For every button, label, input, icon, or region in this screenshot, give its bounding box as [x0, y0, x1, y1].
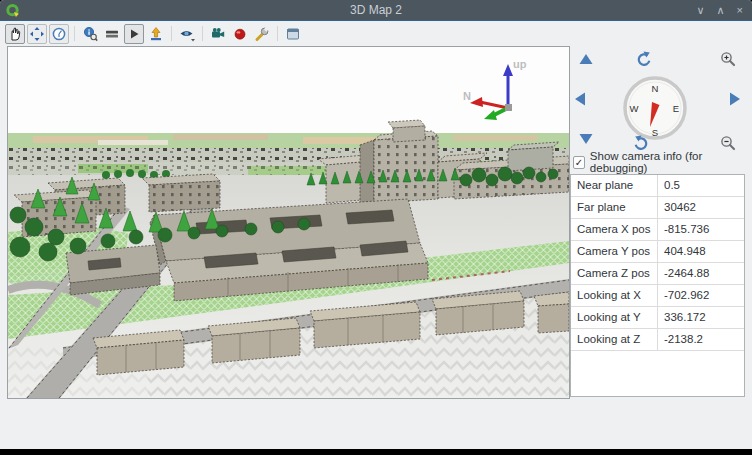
rotate-cw-button[interactable]: [634, 135, 651, 150]
axis-north-label: N: [463, 90, 471, 102]
row-label: Far plane: [571, 197, 658, 218]
table-row: Looking at X-702.962: [571, 285, 744, 307]
close-button[interactable]: ×: [737, 0, 743, 20]
table-row: Camera Z pos-2464.88: [571, 263, 744, 285]
zoom-out-icon: [720, 135, 736, 151]
move-left-button[interactable]: [574, 92, 586, 106]
compass[interactable]: N E S W: [622, 75, 688, 141]
compass-west-label: W: [630, 103, 639, 114]
compass-south-label: S: [652, 127, 658, 138]
export-scene-button[interactable]: [208, 24, 228, 44]
maximize-button[interactable]: ∧: [717, 0, 725, 20]
eye-icon: [179, 26, 196, 42]
move-right-button[interactable]: [729, 92, 741, 106]
row-value: -2464.88: [658, 263, 744, 284]
zoom-in-icon: [720, 51, 736, 67]
table-row: Looking at Y336.172: [571, 307, 744, 329]
axis-up-label: up: [513, 58, 527, 70]
up-arrow-icon: [148, 26, 164, 42]
row-value: 336.172: [658, 307, 744, 328]
map-3d-viewport[interactable]: up N: [7, 46, 570, 399]
rotate-cw-icon: [634, 135, 651, 150]
down-arrow-icon: [579, 133, 593, 145]
camera-control-tool-button[interactable]: [5, 24, 25, 44]
move-up-button[interactable]: [579, 53, 593, 65]
row-label: Looking at Y: [571, 307, 658, 328]
window-controls: ∨ ∧ ×: [696, 0, 743, 20]
show-camera-info-label: Show camera info (for debugging): [590, 150, 745, 174]
show-camera-info-checkbox-row[interactable]: ✓ Show camera info (for debugging): [573, 150, 745, 174]
wrench-icon: [254, 26, 270, 42]
identify-info-icon: [82, 26, 98, 42]
show-camera-info-checkbox[interactable]: ✓: [573, 156, 585, 169]
minimize-button[interactable]: ∨: [696, 0, 704, 20]
camera-navigation-panel: N E S W: [570, 46, 745, 397]
on-screen-navigation-button[interactable]: [49, 24, 69, 44]
toolbar-separator: [171, 26, 172, 41]
zoom-full-icon: [29, 26, 45, 42]
row-label: Camera X pos: [571, 219, 658, 240]
table-row: Far plane30462: [571, 197, 744, 219]
qgis-logo-icon: [5, 3, 20, 18]
rotate-ccw-button[interactable]: [634, 51, 651, 66]
dock-window-icon: [285, 26, 301, 42]
rotate-ccw-icon: [634, 51, 651, 66]
row-value: 0.5: [658, 175, 744, 196]
compass-icon: N E S W: [622, 75, 688, 141]
table-row: Looking at Z-2138.2: [571, 329, 744, 351]
up-arrow-icon: [579, 53, 593, 65]
row-label: Looking at Z: [571, 329, 658, 350]
table-row: Near plane0.5: [571, 175, 744, 197]
row-value: 404.948: [658, 241, 744, 262]
measure-line-button[interactable]: [102, 24, 122, 44]
row-value: -815.736: [658, 219, 744, 240]
compass-east-label: E: [673, 103, 679, 114]
right-arrow-icon: [729, 92, 741, 106]
window-title: 3D Map 2: [0, 3, 752, 17]
titlebar[interactable]: 3D Map 2 ∨ ∧ ×: [0, 0, 752, 21]
configure-button[interactable]: [252, 24, 272, 44]
qgis-3d-map-window: 3D Map 2 ∨ ∧ ×: [0, 0, 752, 449]
table-row: Camera Y pos404.948: [571, 241, 744, 263]
toolbar-separator: [277, 26, 278, 41]
3d-scene: up N: [8, 47, 569, 398]
red-sphere-icon: [232, 26, 248, 42]
movie-camera-icon: [210, 26, 226, 42]
animations-button[interactable]: [124, 24, 144, 44]
left-arrow-icon: [574, 92, 586, 106]
sphere-tool-button[interactable]: [230, 24, 250, 44]
dock-view-button[interactable]: [283, 24, 303, 44]
toolbar-separator: [202, 26, 203, 41]
toolbar-separator: [74, 26, 75, 41]
table-row: Camera X pos-815.736: [571, 219, 744, 241]
screenshot-stage: 3D Map 2 ∨ ∧ ×: [0, 0, 752, 455]
zoom-in-button[interactable]: [720, 51, 736, 67]
row-label: Near plane: [571, 175, 658, 196]
zoom-out-button[interactable]: [720, 135, 736, 151]
row-value: 30462: [658, 197, 744, 218]
camera-info-table: Near plane0.5 Far plane30462 Camera X po…: [570, 174, 745, 397]
ruler-icon: [104, 26, 120, 42]
row-label: Camera Y pos: [571, 241, 658, 262]
toolbar: [0, 21, 752, 46]
hand-icon: [7, 26, 23, 42]
view-presets-button[interactable]: [177, 24, 197, 44]
row-label: Looking at X: [571, 285, 658, 306]
row-label: Camera Z pos: [571, 263, 658, 284]
identify-tool-button[interactable]: [80, 24, 100, 44]
row-value: -702.962: [658, 285, 744, 306]
save-as-image-button[interactable]: [146, 24, 166, 44]
row-value: -2138.2: [658, 329, 744, 350]
play-icon: [126, 26, 142, 42]
move-down-button[interactable]: [579, 133, 593, 145]
compass-north-label: N: [652, 83, 659, 94]
navigation-circle-icon: [51, 26, 67, 42]
animation-bar: Keyframe 5 s Interpo: [0, 398, 752, 449]
zoom-full-button[interactable]: [27, 24, 47, 44]
